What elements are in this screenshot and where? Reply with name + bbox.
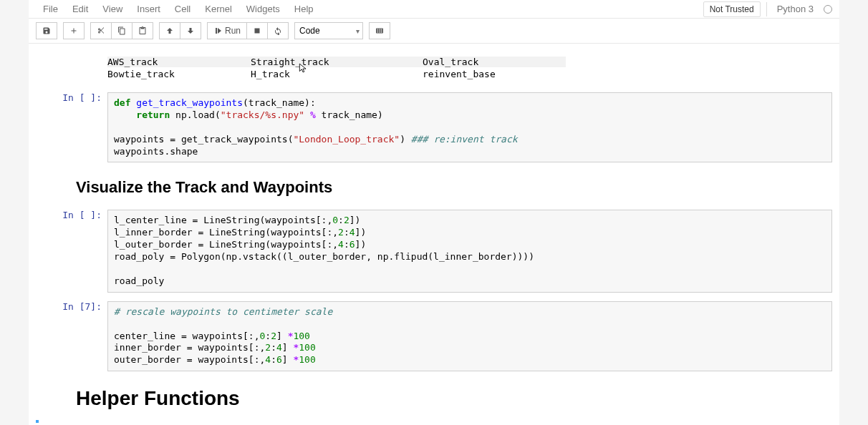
- selected-cell-indicator: [36, 420, 832, 423]
- plus-icon: [69, 26, 78, 35]
- stop-icon: [253, 26, 261, 35]
- kernel-indicator-icon: [824, 5, 832, 14]
- menu-cell[interactable]: Cell: [168, 1, 198, 17]
- trust-status[interactable]: Not Trusted: [703, 1, 761, 17]
- menu-view[interactable]: View: [95, 1, 130, 17]
- output-text: Bowtie_track: [107, 69, 251, 79]
- arrow-up-icon: [165, 26, 174, 35]
- move-down-button[interactable]: [180, 22, 201, 39]
- interrupt-button[interactable]: [247, 22, 268, 39]
- arrow-down-icon: [186, 26, 195, 35]
- input-prompt: In [7]:: [29, 301, 107, 371]
- menu-insert[interactable]: Insert: [130, 1, 168, 17]
- paste-button[interactable]: [132, 22, 153, 39]
- menu-file[interactable]: File: [36, 1, 65, 17]
- cell-type-value: Code: [299, 26, 320, 36]
- menu-help[interactable]: Help: [287, 1, 321, 17]
- command-palette-button[interactable]: [369, 22, 390, 39]
- output-text: reinvent_base: [423, 69, 566, 79]
- heading-visualize: Visualize the Track and Waypoints: [76, 178, 839, 197]
- play-icon: [213, 26, 222, 35]
- insert-cell-button[interactable]: [63, 22, 85, 39]
- save-button[interactable]: [36, 22, 57, 39]
- restart-button[interactable]: [268, 22, 289, 39]
- move-up-button[interactable]: [159, 22, 180, 39]
- heading-helper: Helper Functions: [76, 387, 839, 410]
- copy-icon: [117, 26, 126, 35]
- save-icon: [42, 26, 51, 35]
- output-text: AWS_track: [107, 57, 251, 67]
- output-text: Oval_track: [423, 57, 566, 67]
- cell-type-select[interactable]: Code: [294, 22, 363, 39]
- code-cell[interactable]: In [ ]: def get_track_waypoints(track_na…: [29, 89, 839, 165]
- code-cell[interactable]: In [ ]: l_center_line = LineString(waypo…: [29, 207, 839, 295]
- refresh-icon: [274, 26, 282, 35]
- input-prompt: In [ ]:: [29, 210, 107, 292]
- menu-edit[interactable]: Edit: [65, 1, 95, 17]
- keyboard-icon: [375, 26, 384, 35]
- paste-icon: [138, 26, 147, 35]
- kernel-name[interactable]: Python 3: [773, 1, 818, 16]
- code-editor[interactable]: # rescale waypoints to centimeter scale …: [107, 301, 832, 371]
- output-track-list: AWS_track Straight_track Oval_track Bowt…: [107, 55, 839, 84]
- run-label: Run: [225, 26, 241, 36]
- code-editor[interactable]: def get_track_waypoints(track_name): ret…: [107, 92, 832, 162]
- menu-widgets[interactable]: Widgets: [239, 1, 287, 17]
- copy-button[interactable]: [112, 22, 132, 39]
- svg-rect-0: [255, 29, 260, 34]
- menu-kernel[interactable]: Kernel: [198, 1, 239, 17]
- menu-bar: File Edit View Insert Cell Kernel Widget…: [29, 0, 839, 19]
- run-button[interactable]: Run: [207, 22, 247, 39]
- code-editor[interactable]: l_center_line = LineString(waypoints[:,0…: [107, 210, 832, 292]
- cut-button[interactable]: [90, 22, 112, 39]
- output-text: Straight_track: [251, 57, 423, 67]
- input-prompt: In [ ]:: [29, 92, 107, 162]
- notebook-area: AWS_track Straight_track Oval_track Bowt…: [29, 44, 839, 425]
- output-text: H_track: [251, 69, 423, 79]
- toolbar: Run Code: [29, 19, 839, 44]
- code-cell[interactable]: In [7]: # rescale waypoints to centimete…: [29, 298, 839, 374]
- cut-icon: [97, 26, 105, 35]
